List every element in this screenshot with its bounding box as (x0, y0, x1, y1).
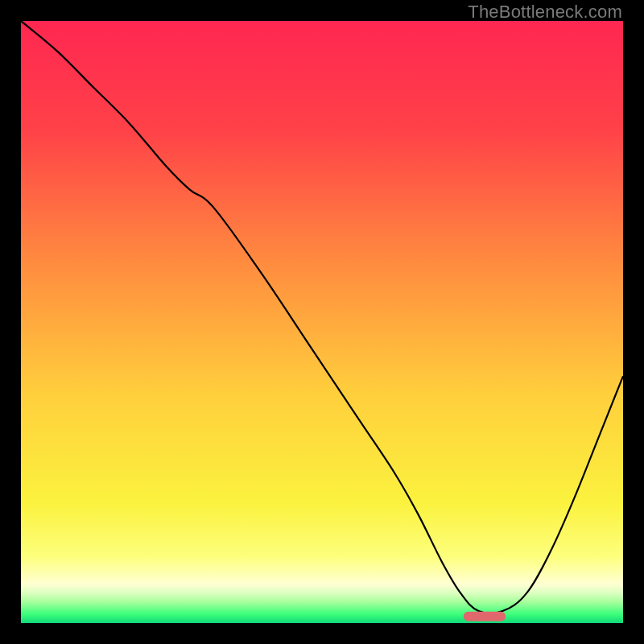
bottleneck-curve (21, 21, 623, 613)
plot-area (21, 21, 623, 623)
optimal-range-marker (464, 612, 506, 621)
chart-container: TheBottleneck.com (0, 0, 644, 644)
curve-layer (21, 21, 623, 623)
watermark-text: TheBottleneck.com (468, 2, 622, 23)
